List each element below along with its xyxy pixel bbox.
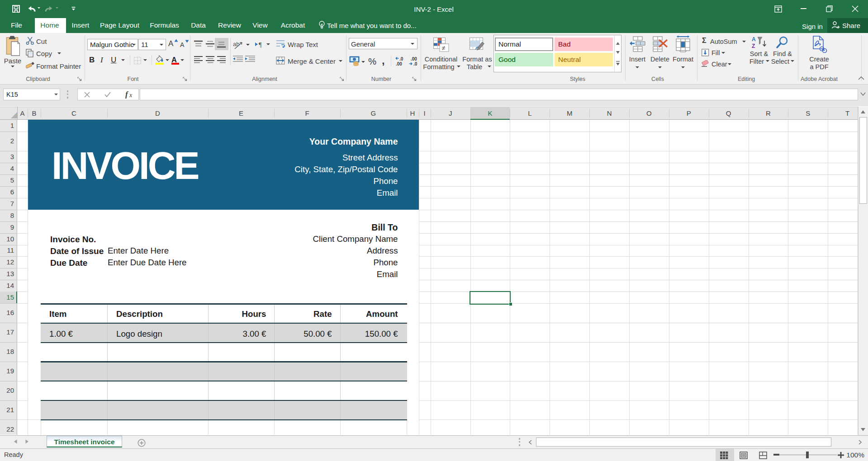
svg-text:.0: .0 <box>399 56 403 61</box>
svg-text:Z: Z <box>752 43 755 49</box>
svg-text:.0: .0 <box>413 61 417 66</box>
svg-text:.00: .00 <box>411 56 417 61</box>
svg-text:A: A <box>752 36 756 42</box>
svg-text:¶: ¶ <box>259 41 262 48</box>
svg-text:Σ: Σ <box>702 37 707 44</box>
svg-text:≠: ≠ <box>442 44 446 52</box>
svg-text:.00: .00 <box>396 61 402 66</box>
svg-text:ab: ab <box>233 41 239 47</box>
